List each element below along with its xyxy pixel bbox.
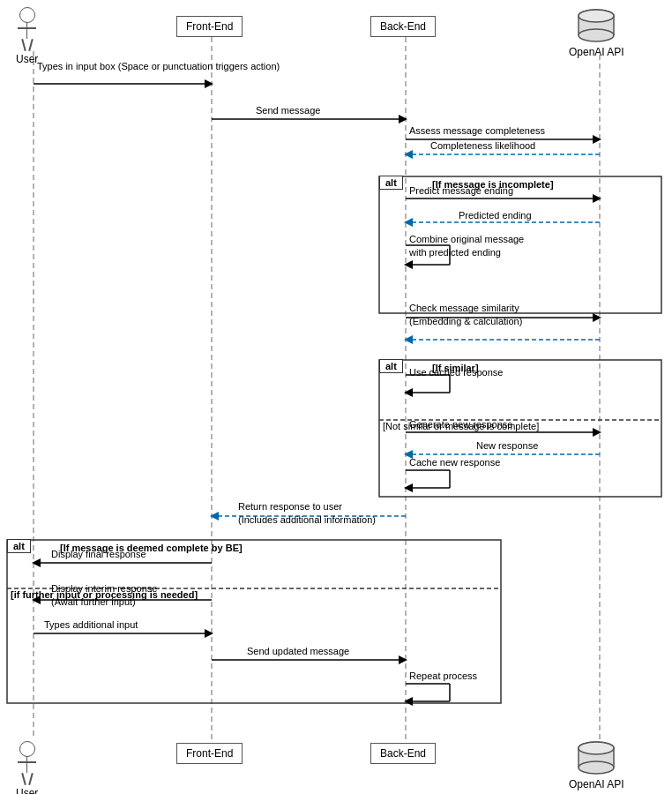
msg-m12: New response [476,440,538,451]
svg-marker-42 [210,512,219,521]
svg-marker-20 [404,218,413,227]
svg-marker-40 [404,483,413,492]
msg-m7: Combine original messagewith predicted e… [409,233,524,260]
svg-marker-48 [205,629,213,638]
msg-m5: Predict message ending [409,185,513,196]
svg-marker-24 [404,260,413,269]
alt2-tag: alt [379,359,403,373]
msg-m6: Predicted ending [459,210,532,221]
msg-m14: Return response to user(Includes additio… [238,500,376,528]
svg-marker-32 [404,388,413,397]
svg-marker-34 [593,428,601,437]
sequence-diagram: User Front-End Back-End OpenAI API Types… [0,0,672,794]
actor-user-bottom-label: User [16,787,38,794]
actor-frontend-top-box: Front-End [176,16,243,37]
actor-user-top-label: User [16,53,38,65]
arrows-svg [0,0,672,794]
svg-marker-44 [32,558,41,567]
svg-marker-10 [205,79,213,88]
database-icon-bottom [573,739,619,776]
actor-user-bottom: User [16,741,38,794]
msg-m4: Completeness likelihood [430,140,535,151]
msg-m15: Display final response [51,549,146,559]
svg-marker-16 [404,150,413,159]
msg-m8: Check message similarity(Embedding & cal… [409,302,522,329]
actor-backend-bottom: Back-End [370,743,436,764]
actor-openai-bottom-label: OpenAI API [569,778,624,790]
msg-m10: Use cached response [409,367,503,378]
actor-openai-top-label: OpenAI API [569,46,624,58]
msg-m17: Types additional input [44,619,138,630]
msg-m13: Cache new response [409,457,500,468]
svg-marker-54 [404,697,413,706]
svg-marker-12 [399,115,407,124]
svg-marker-28 [404,335,413,344]
actor-frontend-top: Front-End [176,16,243,37]
msg-m3: Assess message completeness [409,125,545,136]
alt3-tag: alt [7,539,31,553]
svg-point-59 [579,29,614,41]
svg-marker-26 [593,313,601,322]
msg-m18: Send updated message [247,646,349,656]
msg-m19: Repeat process [409,670,477,681]
msg-m2: Send message [256,105,320,116]
alt1-tag: alt [379,176,403,190]
actor-frontend-bottom-box: Front-End [176,743,243,764]
database-icon-top [573,7,619,44]
actor-openai-top: OpenAI API [569,7,624,58]
actor-backend-top-box: Back-End [370,16,436,37]
actor-user-top: User [16,7,38,65]
actor-backend-top: Back-End [370,16,436,37]
actor-backend-bottom-box: Back-End [370,743,436,764]
msg-m16: Display interim response(Await further i… [51,582,157,610]
svg-marker-14 [593,135,601,144]
actor-frontend-bottom: Front-End [176,743,243,764]
svg-point-66 [579,742,614,754]
svg-point-65 [579,761,614,774]
svg-point-60 [579,10,614,22]
svg-marker-50 [399,655,407,664]
svg-marker-18 [593,194,601,203]
msg-m11: Generate new response [409,419,512,430]
msg-m1: Types in input box (Space or punctuation… [37,60,280,72]
actor-openai-bottom: OpenAI API [569,739,624,790]
